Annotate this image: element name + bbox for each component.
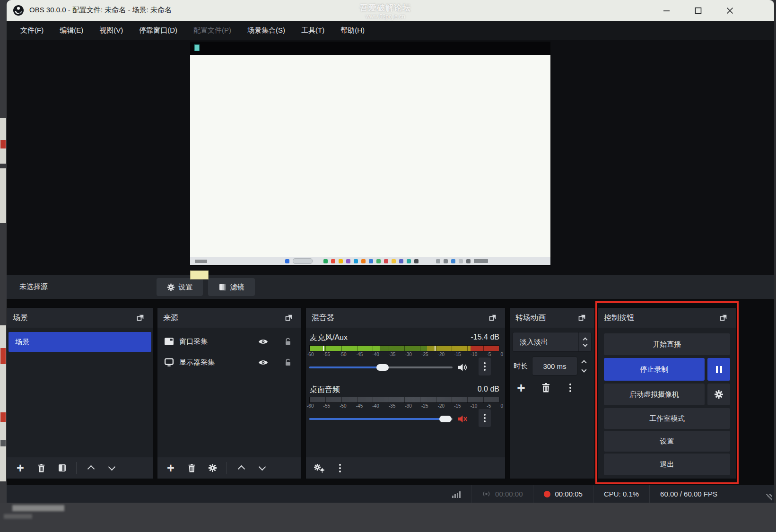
popout-icon[interactable]: [486, 311, 499, 324]
gear-icon: [167, 283, 175, 291]
title-bar: OBS 30.0.0 - 配置文件: 未命名 - 场景: 未命名: [7, 0, 774, 21]
desktop-muted-speaker-icon[interactable]: [456, 413, 469, 425]
lock-icon[interactable]: [281, 335, 295, 348]
mixer-dock-title: 混音器: [312, 313, 334, 323]
pause-recording-button[interactable]: [707, 358, 730, 381]
virtual-camera-settings-button[interactable]: [707, 384, 730, 405]
source-row-window-capture[interactable]: 窗口采集: [157, 331, 301, 352]
source-context-toolbar: 未选择源 设置 滤镜: [7, 275, 774, 299]
transition-select[interactable]: 淡入淡出: [513, 332, 592, 352]
window-title: OBS 30.0.0 - 配置文件: 未命名 - 场景: 未命名: [29, 6, 172, 15]
controls-dock: 控制按钮 开始直播 停止录制 启动虚拟摄像机 工作室模式: [598, 307, 736, 479]
transition-select-spinner[interactable]: [578, 332, 591, 351]
source-properties-gear-button[interactable]: [206, 462, 219, 475]
vu-scale: -60-55-50 -45-40-35 -30-25-20 -15-10-5 0: [307, 403, 503, 409]
mixer-channel-level: 0.0 dB: [478, 385, 499, 395]
scene-list-item-selected[interactable]: 场景: [9, 332, 151, 352]
record-time: 00:00:05: [555, 490, 582, 498]
scene-move-down-button[interactable]: [105, 462, 118, 475]
advanced-audio-gears-icon[interactable]: [313, 462, 326, 475]
slider-handle[interactable]: [376, 364, 389, 371]
transition-options-dots-button[interactable]: [564, 381, 577, 394]
window-resize-grip[interactable]: [766, 494, 772, 501]
obs-app-window: OBS 30.0.0 - 配置文件: 未命名 - 场景: 未命名 吾爱破解论坛 …: [0, 0, 776, 532]
background-red-text-fragment: [0, 412, 6, 422]
background-window-sliver: [0, 168, 6, 223]
minimize-button[interactable]: [659, 3, 673, 17]
menu-docks[interactable]: 停靠窗口(D): [131, 21, 185, 40]
maximize-button[interactable]: [691, 3, 705, 17]
mixer-channel-name: 桌面音频: [310, 385, 340, 395]
mic-volume-slider[interactable]: [309, 361, 453, 374]
desktop-volume-slider[interactable]: [309, 413, 453, 425]
menu-view[interactable]: 视图(V): [91, 21, 131, 40]
menu-scene-collection[interactable]: 场景集合(S): [239, 21, 293, 40]
filters-icon: [219, 283, 227, 291]
window-capture-icon: [164, 337, 174, 346]
duration-input[interactable]: 300 ms: [532, 357, 577, 375]
captured-taskbar-search: [293, 258, 313, 264]
settings-button[interactable]: 设置: [604, 431, 730, 452]
source-name: 显示器采集: [179, 358, 215, 367]
menu-bar: 文件(F) 编辑(E) 视图(V) 停靠窗口(D) 配置文件(P) 场景集合(S…: [7, 21, 774, 40]
popout-icon[interactable]: [575, 311, 589, 324]
background-bottom-band: [0, 503, 776, 532]
mic-unmuted-speaker-icon[interactable]: [456, 361, 469, 374]
fps-indicator: 60.00 / 60.00 FPS: [660, 490, 717, 498]
pause-icon: [716, 366, 722, 373]
desktop-options-dots-button[interactable]: [479, 409, 491, 427]
popout-icon[interactable]: [282, 311, 296, 324]
source-filters-label: 滤镜: [230, 283, 244, 292]
source-move-down-button[interactable]: [255, 462, 269, 475]
add-transition-button[interactable]: +: [514, 381, 528, 394]
stop-recording-button[interactable]: 停止录制: [604, 358, 705, 381]
transitions-dock: 转场动画 淡入淡出 时长 300 ms: [509, 307, 595, 479]
captured-window-icon: [194, 44, 200, 51]
close-button[interactable]: [723, 3, 737, 17]
menu-file[interactable]: 文件(F): [12, 21, 52, 40]
mixer-options-dots-button[interactable]: [333, 462, 347, 475]
menu-profile[interactable]: 配置文件(P): [185, 21, 239, 40]
popout-icon[interactable]: [134, 311, 147, 324]
gear-icon: [714, 390, 724, 399]
transitions-dock-title: 转场动画: [515, 313, 546, 323]
preview-canvas[interactable]: [190, 42, 550, 266]
start-streaming-button[interactable]: 开始直播: [604, 333, 730, 355]
transition-selected-value: 淡入淡出: [513, 338, 578, 347]
duration-spinner[interactable]: [582, 361, 586, 372]
mixer-dock: 混音器 麦克风/Aux -15.4 dB -60-55-50 -45-40-35…: [305, 307, 506, 479]
remove-scene-button[interactable]: [35, 462, 48, 475]
source-properties-label: 设置: [179, 283, 193, 292]
captured-window-content: [190, 55, 550, 257]
mic-options-dots-button[interactable]: [479, 358, 491, 375]
menu-help[interactable]: 帮助(H): [332, 21, 373, 40]
scene-filters-button[interactable]: [55, 462, 69, 475]
start-virtual-camera-button[interactable]: 启动虚拟摄像机: [604, 384, 705, 405]
visibility-eye-icon[interactable]: [256, 356, 270, 369]
source-move-up-button[interactable]: [235, 462, 248, 475]
visibility-eye-icon[interactable]: [256, 335, 270, 348]
remove-transition-button[interactable]: [539, 381, 552, 394]
add-scene-button[interactable]: +: [14, 462, 27, 475]
lock-icon[interactable]: [281, 356, 295, 369]
remove-source-button[interactable]: [185, 462, 198, 475]
slider-handle[interactable]: [439, 416, 452, 422]
source-name: 窗口采集: [179, 337, 208, 346]
source-properties-button[interactable]: 设置: [157, 278, 203, 296]
source-filters-button[interactable]: 滤镜: [208, 278, 255, 296]
mixer-channel-level: -15.4 dB: [471, 333, 499, 343]
network-signal-icon: [452, 490, 461, 498]
source-row-display-capture[interactable]: 显示器采集: [157, 352, 301, 373]
obs-logo-icon: [13, 5, 24, 16]
scenes-dock-title: 场景: [13, 313, 28, 323]
studio-mode-button[interactable]: 工作室模式: [604, 408, 730, 429]
exit-button[interactable]: 退出: [604, 454, 730, 475]
vu-scale: -60-55-50 -45-40-35 -30-25-20 -15-10-5 0: [307, 352, 503, 357]
vu-meter-desktop: [309, 397, 499, 403]
menu-tools[interactable]: 工具(T): [293, 21, 332, 40]
menu-edit[interactable]: 编辑(E): [52, 21, 91, 40]
popout-icon[interactable]: [717, 311, 730, 324]
add-source-button[interactable]: +: [164, 462, 177, 475]
scene-move-up-button[interactable]: [84, 462, 97, 475]
captured-taskbar: [190, 257, 550, 265]
